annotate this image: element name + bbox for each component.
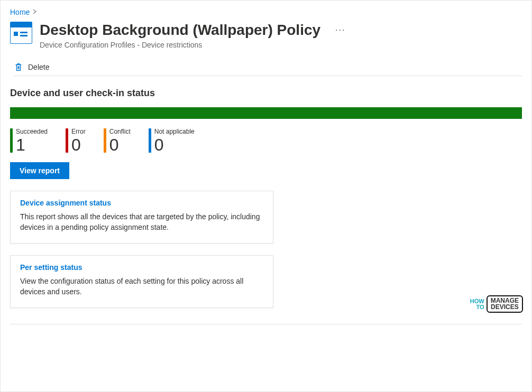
card-title: Per setting status bbox=[20, 263, 263, 272]
page-title: Desktop Background (Wallpaper) Policy bbox=[40, 22, 320, 39]
metric-label: Conflict bbox=[109, 128, 131, 135]
policy-icon bbox=[10, 22, 32, 44]
status-distribution-bar bbox=[10, 107, 522, 119]
metric-succeeded: Succeeded 1 bbox=[10, 128, 48, 153]
status-section-title: Device and user check-in status bbox=[10, 88, 522, 99]
metric-value: 0 bbox=[109, 137, 131, 153]
watermark-line2: DEVICES bbox=[491, 304, 519, 310]
card-title: Device assignment status bbox=[20, 199, 263, 207]
page-root: Home Desktop Background (Wallpaper) Poli… bbox=[0, 0, 532, 392]
command-bar: Delete bbox=[13, 62, 522, 76]
watermark-box: MANAGE DEVICES bbox=[487, 295, 523, 313]
title-row: Desktop Background (Wallpaper) Policy ··… bbox=[40, 22, 345, 39]
view-report-button[interactable]: View report bbox=[10, 162, 69, 179]
status-metrics: Succeeded 1 Error 0 Conflict 0 Not appli… bbox=[10, 128, 522, 153]
metric-value: 1 bbox=[16, 137, 48, 153]
metric-error: Error 0 bbox=[66, 128, 86, 153]
metric-value: 0 bbox=[71, 137, 86, 153]
breadcrumb-home-link[interactable]: Home bbox=[10, 8, 30, 16]
title-block: Desktop Background (Wallpaper) Policy ··… bbox=[40, 22, 345, 49]
card-text: View the configuration status of each se… bbox=[20, 276, 263, 297]
watermark-how: HOW bbox=[470, 298, 484, 304]
chevron-right-icon bbox=[33, 8, 37, 16]
watermark-to: TO bbox=[476, 304, 484, 310]
metric-value: 0 bbox=[154, 137, 195, 153]
page-subtitle: Device Configuration Profiles - Device r… bbox=[40, 41, 345, 49]
device-assignment-card[interactable]: Device assignment status This report sho… bbox=[10, 191, 273, 244]
more-actions-button[interactable]: ··· bbox=[335, 25, 345, 35]
card-text: This report shows all the devices that a… bbox=[20, 211, 263, 232]
metric-label: Not applicable bbox=[154, 128, 195, 135]
breadcrumb: Home bbox=[10, 8, 522, 16]
page-header: Desktop Background (Wallpaper) Policy ··… bbox=[10, 22, 522, 49]
metric-not-applicable: Not applicable 0 bbox=[149, 128, 195, 153]
metric-label: Succeeded bbox=[16, 128, 48, 135]
delete-button[interactable]: Delete bbox=[28, 63, 49, 71]
watermark-logo: HOW TO MANAGE DEVICES bbox=[470, 295, 523, 313]
delete-icon[interactable] bbox=[14, 63, 23, 71]
metric-label: Error bbox=[71, 128, 86, 135]
metric-conflict: Conflict 0 bbox=[104, 128, 131, 153]
per-setting-card[interactable]: Per setting status View the configuratio… bbox=[10, 255, 273, 308]
section-divider bbox=[10, 324, 522, 324]
